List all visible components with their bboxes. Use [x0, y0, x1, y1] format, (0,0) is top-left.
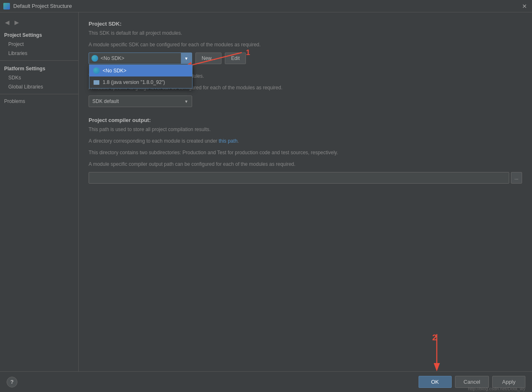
compiler-path-input[interactable] [89, 172, 509, 184]
sdk-desc-2: A module specific SDK can be configured … [89, 41, 522, 48]
sdk-desc-1: This SDK is default for all project modu… [89, 29, 522, 37]
compiler-output-section: Project compiler output: This path is us… [89, 117, 522, 184]
sdk-dropdown-arrow[interactable]: ▼ [181, 53, 192, 64]
compiler-path-row: ... [89, 172, 522, 184]
dropdown-item-no-sdk[interactable]: <No SDK> [89, 65, 192, 76]
java-sdk-icon [93, 79, 100, 86]
java18-label: 1.8 (java version "1.8.0_92") [103, 79, 165, 85]
dialog-title: Default Project Structure [13, 3, 72, 9]
link-text: this path [219, 138, 237, 144]
main-layout: ◀ ▶ Project Settings Project Libraries P… [0, 12, 532, 371]
sdk-selected-value: <No SDK> [101, 55, 181, 61]
compiler-desc-2: A directory corresponding to each module… [89, 137, 522, 145]
nav-forward-button[interactable]: ▶ [13, 18, 21, 26]
language-selected-value: SDK default [92, 98, 184, 104]
sidebar-item-global-libraries[interactable]: Global Libraries [0, 82, 78, 91]
language-dropdown-arrow-icon: ▼ [184, 99, 188, 104]
compiler-section-title: Project compiler output: [89, 117, 522, 123]
sdk-row: <No SDK> ▼ <No SDK> 1.8 (java vers [89, 53, 522, 64]
sidebar-item-sdks[interactable]: SDKs [0, 73, 78, 82]
nav-buttons: ◀ ▶ [0, 17, 78, 30]
nav-back-button[interactable]: ◀ [3, 18, 11, 26]
new-sdk-button[interactable]: New... [195, 53, 221, 64]
ok-button[interactable]: OK [419, 376, 452, 388]
watermark: http://blog.csdn.net/Dota_wy [468, 386, 525, 391]
sidebar-item-project[interactable]: Project [0, 40, 78, 49]
sidebar-item-problems[interactable]: Problems [0, 97, 78, 106]
sidebar-divider [0, 60, 78, 61]
globe-icon [91, 55, 98, 62]
compiler-desc-4: A module specific compiler output path c… [89, 160, 522, 168]
sdk-globe-icon [91, 54, 99, 62]
project-settings-label: Project Settings [0, 30, 78, 40]
no-sdk-label: <No SDK> [103, 68, 126, 74]
edit-sdk-button[interactable]: Edit [225, 53, 246, 64]
platform-settings-label: Platform Settings [0, 63, 78, 73]
help-button[interactable]: ? [7, 377, 17, 387]
sdk-dropdown-popup: <No SDK> 1.8 (java version "1.8.0_92") [89, 65, 193, 88]
dropdown-item-java18[interactable]: 1.8 (java version "1.8.0_92") [89, 76, 192, 88]
annotation-1: 1 [246, 48, 250, 57]
content-area: Project SDK: This SDK is default for all… [79, 12, 532, 371]
sidebar: ◀ ▶ Project Settings Project Libraries P… [0, 12, 79, 371]
intellij-icon [3, 3, 10, 10]
no-sdk-icon [93, 67, 100, 74]
language-level-dropdown[interactable]: SDK default ▼ [89, 96, 192, 107]
sidebar-divider-2 [0, 94, 78, 94]
title-bar-left: Default Project Structure [3, 3, 72, 10]
sdk-dropdown[interactable]: <No SDK> ▼ <No SDK> 1.8 (java vers [89, 53, 192, 64]
close-button[interactable]: ✕ [520, 2, 529, 10]
compiler-desc-3: This directory contains two subdirectori… [89, 149, 522, 156]
title-bar: Default Project Structure ✕ [0, 0, 532, 12]
compiler-desc-1: This path is used to store all project c… [89, 126, 522, 133]
bottom-bar: 2 ? OK Cancel Apply http://blog.csdn.net… [0, 371, 532, 392]
sdk-section-title: Project SDK: [89, 21, 522, 27]
sidebar-item-libraries[interactable]: Libraries [0, 49, 78, 58]
browse-button[interactable]: ... [511, 172, 522, 184]
